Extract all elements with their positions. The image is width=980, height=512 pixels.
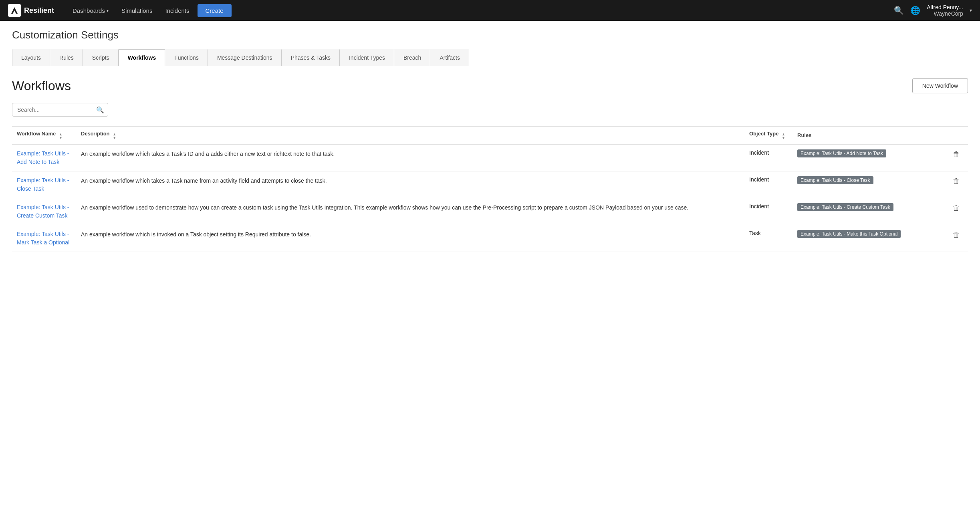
nav-right: 🔍 🌐 Alfred Penny... WayneCorp ▾ bbox=[894, 4, 972, 17]
workflow-object-type-0: Incident bbox=[749, 149, 769, 156]
tab-breach[interactable]: Breach bbox=[394, 49, 430, 66]
sort-arrows-name[interactable]: ▲▼ bbox=[59, 133, 63, 140]
workflow-name-link-1[interactable]: Example: Task Utils - Close Task bbox=[17, 177, 69, 192]
workflow-name-link-2[interactable]: Example: Task Utils - Create Custom Task bbox=[17, 204, 69, 219]
workflow-name-link-0[interactable]: Example: Task Utils - Add Note to Task bbox=[17, 150, 69, 165]
tab-phases-tasks[interactable]: Phases & Tasks bbox=[282, 49, 340, 66]
col-header-delete bbox=[945, 127, 968, 145]
tab-workflows[interactable]: Workflows bbox=[119, 49, 165, 66]
workflow-name-link-3[interactable]: Example: Task Utils - Mark Task a Option… bbox=[17, 231, 69, 246]
workflow-description-2: An example workflow used to demonstrate … bbox=[81, 204, 688, 211]
user-menu[interactable]: Alfred Penny... WayneCorp bbox=[927, 4, 963, 17]
logo-text: Resilient bbox=[24, 6, 54, 15]
delete-workflow-button-2[interactable]: 🗑 bbox=[950, 203, 963, 213]
workflow-description-3: An example workflow which is invoked on … bbox=[81, 231, 311, 238]
rule-badge-2: Example: Task Utils - Create Custom Task bbox=[797, 203, 893, 211]
sort-arrows-type[interactable]: ▲▼ bbox=[782, 133, 785, 140]
top-nav: Resilient Dashboards ▾ Simulations Incid… bbox=[0, 0, 980, 21]
workflow-object-type-1: Incident bbox=[749, 176, 769, 183]
nav-links: Dashboards ▾ Simulations Incidents Creat… bbox=[66, 0, 894, 21]
rule-badge-3: Example: Task Utils - Make this Task Opt… bbox=[797, 230, 901, 238]
col-header-rules: Rules bbox=[792, 127, 945, 145]
table-row: Example: Task Utils - Add Note to Task A… bbox=[12, 144, 968, 171]
nav-incidents[interactable]: Incidents bbox=[159, 0, 196, 21]
tabs-bar: Layouts Rules Scripts Workflows Function… bbox=[12, 49, 968, 66]
delete-workflow-button-0[interactable]: 🗑 bbox=[950, 149, 963, 159]
col-header-description: Description ▲▼ bbox=[76, 127, 744, 145]
new-workflow-button[interactable]: New Workflow bbox=[912, 78, 968, 93]
user-chevron-icon: ▾ bbox=[970, 8, 972, 13]
tab-functions[interactable]: Functions bbox=[165, 49, 208, 66]
section-header: Workflows New Workflow bbox=[12, 78, 968, 93]
tab-rules[interactable]: Rules bbox=[50, 49, 83, 66]
sort-arrows-desc[interactable]: ▲▼ bbox=[113, 133, 116, 140]
workflow-object-type-3: Task bbox=[749, 230, 761, 236]
table-row: Example: Task Utils - Mark Task a Option… bbox=[12, 225, 968, 252]
search-input[interactable] bbox=[12, 103, 108, 117]
nav-simulations[interactable]: Simulations bbox=[115, 0, 159, 21]
page-container: Customization Settings Layouts Rules Scr… bbox=[0, 21, 980, 260]
workflows-table: Workflow Name ▲▼ Description ▲▼ Object T… bbox=[12, 126, 968, 252]
rule-badge-0: Example: Task Utils - Add Note to Task bbox=[797, 149, 886, 157]
tab-artifacts[interactable]: Artifacts bbox=[430, 49, 469, 66]
page-title: Customization Settings bbox=[12, 29, 968, 41]
logo[interactable]: Resilient bbox=[8, 4, 54, 17]
search-container: 🔍 bbox=[12, 103, 108, 117]
create-button[interactable]: Create bbox=[198, 4, 232, 17]
search-submit-button[interactable]: 🔍 bbox=[96, 106, 104, 114]
workflow-object-type-2: Incident bbox=[749, 203, 769, 210]
search-icon[interactable]: 🔍 bbox=[894, 6, 904, 15]
tab-message-destinations[interactable]: Message Destinations bbox=[208, 49, 282, 66]
section-title: Workflows bbox=[12, 79, 71, 93]
col-header-name: Workflow Name ▲▼ bbox=[12, 127, 76, 145]
nav-dashboards[interactable]: Dashboards ▾ bbox=[66, 0, 115, 21]
chevron-icon: ▾ bbox=[107, 8, 109, 13]
workflow-description-0: An example workflow which takes a Task's… bbox=[81, 151, 335, 157]
delete-workflow-button-3[interactable]: 🗑 bbox=[950, 230, 963, 240]
table-row: Example: Task Utils - Close Task An exam… bbox=[12, 171, 968, 198]
tab-incident-types[interactable]: Incident Types bbox=[340, 49, 394, 66]
col-header-object-type: Object Type ▲▼ bbox=[744, 127, 792, 145]
globe-icon[interactable]: 🌐 bbox=[910, 6, 920, 15]
workflow-description-1: An example workflow which takes a Task n… bbox=[81, 177, 327, 184]
delete-workflow-button-1[interactable]: 🗑 bbox=[950, 176, 963, 186]
tab-layouts[interactable]: Layouts bbox=[12, 49, 50, 66]
rule-badge-1: Example: Task Utils - Close Task bbox=[797, 176, 873, 184]
tab-scripts[interactable]: Scripts bbox=[83, 49, 119, 66]
table-row: Example: Task Utils - Create Custom Task… bbox=[12, 198, 968, 225]
